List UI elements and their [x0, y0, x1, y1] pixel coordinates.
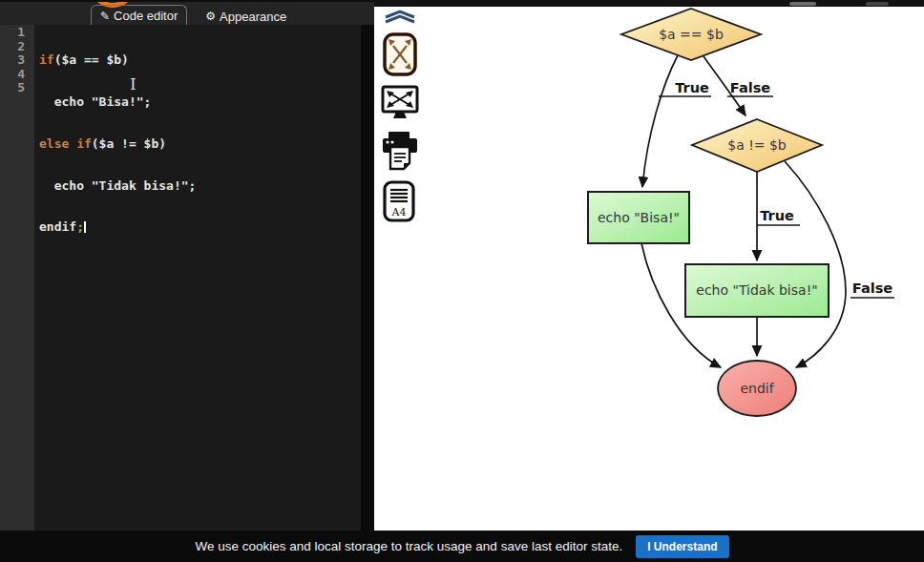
code-token: echo "Tidak bisa!";	[39, 178, 196, 193]
fit-to-screen-icon[interactable]	[380, 85, 420, 121]
cookie-accept-button[interactable]: I Understand	[636, 535, 728, 558]
code-token: if	[39, 52, 54, 67]
code-line: if($a == $b)	[39, 53, 361, 68]
tab-appearance[interactable]: ⚙ Appearance	[197, 5, 295, 25]
tab-bar: ✎ Code editor ⚙ Appearance	[91, 5, 295, 25]
editor-header: ✎ Code editor ⚙ Appearance	[0, 0, 374, 25]
diagram-canvas: A4 True False	[374, 0, 924, 531]
node-label: $a == $b	[659, 27, 724, 42]
line-number-gutter: 1 2 3 4 5	[0, 25, 34, 531]
line-number: 5	[0, 81, 25, 95]
page-setup-a4-icon[interactable]: A4	[383, 180, 417, 222]
cookie-notice-bar: We use cookies and local storage to trac…	[0, 531, 924, 562]
edge-label-false: False	[730, 80, 770, 95]
text-caret	[84, 221, 86, 233]
code-token: echo "Bisa!";	[39, 94, 151, 109]
cookie-message: We use cookies and local storage to trac…	[195, 539, 622, 553]
line-number: 4	[0, 68, 25, 82]
code-line: else if($a != $b)	[39, 137, 361, 152]
edge-label-false: False	[852, 281, 892, 296]
edge-cond1-true	[642, 55, 678, 187]
edge-label-true: True	[760, 208, 794, 223]
a4-label: A4	[391, 206, 407, 219]
code-token: ($a == $b)	[54, 52, 129, 67]
code-line: echo "Tidak bisa!";	[39, 179, 361, 194]
code-token: else if	[39, 136, 92, 151]
tab-label: Appearance	[220, 10, 286, 24]
print-icon[interactable]	[381, 130, 419, 172]
line-number: 2	[0, 40, 25, 54]
code-editor-panel: 1 2 3 4 5 if($a == $b) echo "Bisa!"; els…	[0, 0, 361, 531]
panel-divider[interactable]	[361, 0, 374, 531]
code-token: ;	[76, 219, 84, 234]
code-token: endif	[39, 219, 76, 234]
flowchart: True False True False $a == $b $a != $b …	[374, 0, 924, 531]
tab-label: Code editor	[114, 9, 178, 23]
fit-diagram-icon[interactable]	[383, 32, 417, 76]
node-label: $a != $b	[727, 137, 787, 153]
pencil-icon: ✎	[100, 10, 110, 23]
collapse-panel-icon[interactable]	[383, 10, 417, 24]
code-token: ($a != $b)	[92, 136, 166, 151]
node-label: echo "Tidak bisa!"	[696, 282, 817, 298]
code-line: endif;	[39, 220, 361, 235]
code-line: echo "Bisa!";	[39, 95, 361, 110]
mouse-ibeam-cursor: I	[130, 76, 136, 93]
code-input[interactable]: if($a == $b) echo "Bisa!"; else if($a !=…	[34, 25, 361, 531]
tab-code-editor[interactable]: ✎ Code editor	[91, 5, 187, 25]
gear-icon: ⚙	[205, 10, 216, 23]
line-number: 1	[0, 26, 25, 40]
line-number: 3	[0, 53, 25, 68]
canvas-toolbar: A4	[379, 10, 421, 222]
edge-label-true: True	[675, 80, 709, 95]
node-label: echo "Bisa!"	[598, 210, 680, 225]
node-label: endif	[740, 381, 774, 396]
